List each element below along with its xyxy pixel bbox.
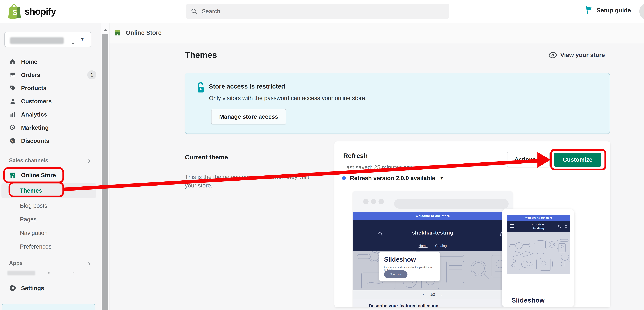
sidebar-item-orders[interactable]: Orders 1: [0, 68, 101, 81]
search-icon: [191, 8, 197, 15]
redaction-artifact: [72, 43, 74, 44]
banner-body: Only visitors with the password can acce…: [209, 95, 367, 101]
chevron-down-icon: ▼: [440, 176, 444, 181]
global-search[interactable]: [186, 4, 449, 19]
lock-icon: [196, 82, 205, 93]
nav-home: Home: [418, 244, 428, 248]
sidebar: ▼ Home Orders 1 Products Custome: [0, 23, 101, 310]
redacted-app-item: [7, 271, 35, 275]
pagination-counter: 1/2: [430, 292, 435, 296]
sidebar-promo-card: [2, 304, 96, 310]
sidebar-item-label: Preferences: [20, 243, 52, 250]
slideshow-card: Slideshow Introduce a product or collect…: [379, 252, 440, 281]
breadcrumb-label: Online Store: [126, 29, 162, 36]
store-nav: Home Catalog: [353, 244, 512, 248]
apps-header[interactable]: Apps ›: [0, 256, 101, 270]
update-dot-icon: [342, 176, 346, 180]
person-icon: [9, 98, 16, 105]
sidebar-scrollbar[interactable]: [101, 23, 110, 310]
hero-section: [507, 232, 570, 274]
orders-icon: [9, 71, 16, 79]
scrollbar-thumb[interactable]: [102, 34, 108, 310]
sidebar-item-marketing[interactable]: Marketing: [0, 121, 101, 134]
sidebar-item-analytics[interactable]: Analytics: [0, 108, 101, 121]
sidebar-item-online-store[interactable]: Online Store: [0, 169, 101, 182]
browser-dot: [378, 199, 384, 204]
setup-guide-label: Setup guide: [596, 7, 631, 14]
view-your-store-button[interactable]: View your store: [548, 52, 605, 59]
page-title: Themes: [185, 50, 217, 60]
featured-collection-section: Describe your featured collection: [353, 298, 512, 307]
cart-icon: [564, 225, 568, 228]
store-access-banner: Store access is restricted Only visitors…: [185, 73, 610, 134]
sidebar-item-label: Discounts: [21, 138, 49, 144]
sales-channels-header[interactable]: Sales channels ›: [0, 154, 101, 167]
shopify-bag-icon: S: [8, 4, 21, 19]
sidebar-item-label: Orders: [21, 72, 40, 78]
chevron-down-icon: ▼: [80, 37, 84, 42]
sidebar-item-pages[interactable]: Pages: [0, 213, 101, 226]
home-icon: [9, 58, 16, 65]
bar-chart-icon: [9, 111, 16, 118]
actions-button[interactable]: Actions ▼: [507, 152, 550, 167]
top-bar: S shopify Setup guide: [0, 0, 644, 23]
sidebar-item-home[interactable]: Home: [0, 55, 101, 68]
chevron-right-icon: ›: [88, 260, 90, 266]
theme-name: Refresh: [343, 152, 368, 160]
svg-text:%: %: [11, 139, 14, 143]
product-illustrations: [507, 232, 570, 274]
actions-label: Actions: [514, 156, 536, 163]
setup-guide-button[interactable]: Setup guide: [586, 6, 631, 14]
sidebar-item-label: Settings: [21, 285, 44, 291]
sidebar-item-label: Blog posts: [20, 202, 47, 209]
mobile-screen: Welcome to our store shekhar- testing: [507, 215, 570, 307]
storefront-icon: [9, 172, 16, 179]
store-header: shekhar- testing: [507, 221, 570, 232]
sidebar-item-preferences[interactable]: Preferences: [0, 240, 101, 253]
slideshow-title: Slideshow: [384, 256, 416, 263]
browser-dot: [363, 199, 368, 204]
breadcrumb-bar: Online Store: [110, 23, 644, 43]
store-switcher-dropdown[interactable]: ▼: [4, 32, 91, 47]
sidebar-item-settings[interactable]: Settings: [0, 281, 101, 295]
sidebar-item-label: Pages: [20, 216, 36, 223]
store-header: shekhar-testing Home Catalog: [353, 220, 512, 251]
sidebar-item-label: Analytics: [21, 111, 47, 118]
sidebar-item-blog-posts[interactable]: Blog posts: [0, 199, 101, 213]
scroll-up-arrow[interactable]: [103, 27, 108, 31]
view-your-store-label: View your store: [560, 52, 605, 59]
search-input[interactable]: [202, 8, 422, 15]
shopify-logo[interactable]: S shopify: [8, 4, 56, 19]
announcement-bar: Welcome to our store: [353, 212, 512, 220]
sidebar-item-themes-selected[interactable]: Themes: [2, 183, 96, 198]
nav-catalog: Catalog: [435, 244, 447, 248]
theme-preview-desktop[interactable]: Welcome to our store shekhar-testing Hom…: [353, 191, 512, 307]
redaction-artifact: [48, 272, 50, 274]
theme-preview-mobile[interactable]: Welcome to our store shekhar- testing: [502, 209, 574, 307]
version-update-label: Refresh version 2.0.0 available: [350, 175, 435, 182]
sidebar-item-discounts[interactable]: % Discounts: [0, 134, 101, 147]
sidebar-item-navigation[interactable]: Navigation: [0, 226, 101, 240]
sidebar-item-customers[interactable]: Customers: [0, 95, 101, 108]
theme-last-saved: Last saved: 25 minutes ago: [343, 164, 413, 171]
tag-icon: [9, 84, 16, 92]
customize-button[interactable]: Customize: [554, 152, 601, 167]
manage-store-access-button[interactable]: Manage store access: [211, 109, 286, 124]
chevron-down-icon: ▼: [538, 157, 542, 162]
current-theme-heading: Current theme: [185, 153, 228, 161]
redaction-artifact: [72, 272, 74, 272]
theme-version-update[interactable]: Refresh version 2.0.0 available ▼: [342, 175, 444, 182]
redacted-store-name: [10, 37, 64, 44]
apps-label: Apps: [9, 260, 23, 266]
sidebar-item-label: Navigation: [20, 230, 48, 236]
slideshow-pagination: ‹ 1/2 ›: [353, 290, 512, 298]
slideshow-section: Slideshow Introduce a product or collect…: [507, 274, 570, 307]
gear-icon: [9, 284, 16, 292]
target-cursor-icon: [9, 124, 16, 131]
breadcrumb[interactable]: Online Store: [114, 29, 162, 36]
sidebar-item-label: Marketing: [21, 124, 49, 131]
sidebar-item-products[interactable]: Products: [0, 81, 101, 95]
featured-collection-heading: Describe your featured collection: [369, 303, 438, 307]
prev-slide-icon: ‹: [423, 292, 424, 296]
avatar[interactable]: [639, 3, 644, 20]
